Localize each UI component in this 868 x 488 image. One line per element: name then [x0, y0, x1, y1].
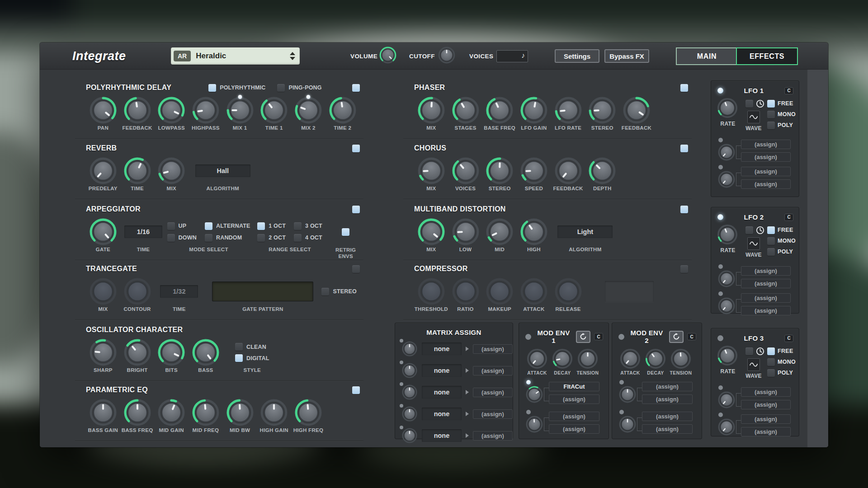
distortion-algorithm-select[interactable]: Light: [557, 225, 613, 238]
rate-knob[interactable]: [717, 97, 738, 121]
tempo-sync-checkbox[interactable]: [745, 226, 753, 234]
assign-button[interactable]: (assign): [473, 344, 513, 354]
high-gain-knob[interactable]: HIGH GAIN: [257, 398, 291, 433]
time-knob[interactable]: TIME: [120, 156, 155, 191]
collapse-button[interactable]: C: [784, 335, 793, 342]
speed-knob[interactable]: SPEED: [517, 156, 551, 191]
assign-amount-knob[interactable]: [717, 170, 736, 190]
assign-button[interactable]: (assign): [741, 293, 791, 303]
mid-gain-knob[interactable]: MID GAIN: [154, 398, 189, 433]
section-enable-checkbox[interactable]: [352, 206, 360, 213]
tension-knob[interactable]: TENSION: [668, 348, 693, 375]
section-enable-checkbox[interactable]: [352, 386, 360, 394]
assign-button[interactable]: (assign): [741, 400, 791, 409]
matrix-amount-knob[interactable]: [401, 406, 418, 422]
mid-freq-knob[interactable]: MID FREQ: [189, 398, 223, 433]
depth-knob[interactable]: DEPTH: [585, 156, 619, 191]
assign-amount-knob[interactable]: [525, 415, 543, 435]
collapse-button[interactable]: C: [784, 87, 793, 94]
matrix-amount-knob[interactable]: [401, 341, 418, 357]
attack-knob[interactable]: ATTACK: [524, 348, 550, 375]
decay-knob[interactable]: DECAY: [550, 348, 575, 375]
contour-knob[interactable]: CONTOUR: [120, 277, 155, 312]
assign-button[interactable]: (assign): [549, 394, 599, 404]
tempo-sync-checkbox[interactable]: [745, 347, 753, 355]
low-knob[interactable]: LOW: [448, 217, 483, 252]
mid-knob[interactable]: MID: [482, 217, 517, 252]
pan-knob[interactable]: PAN: [86, 96, 120, 131]
tab-main[interactable]: MAIN: [677, 48, 737, 64]
high-freq-knob[interactable]: HIGH FREQ: [291, 398, 326, 433]
section-enable-checkbox[interactable]: [352, 84, 360, 92]
wave-select-button[interactable]: [747, 237, 760, 250]
bass-gain-knob[interactable]: BASS GAIN: [86, 398, 120, 433]
assign-button[interactable]: (assign): [549, 412, 599, 421]
section-enable-checkbox[interactable]: [680, 265, 688, 273]
feedback-knob[interactable]: FEEDBACK: [551, 156, 585, 191]
lfo-rate-knob[interactable]: LFO RATE: [551, 96, 585, 131]
rate-knob[interactable]: [717, 345, 738, 368]
section-enable-checkbox[interactable]: [352, 265, 360, 273]
settings-button[interactable]: Settings: [555, 49, 599, 63]
section-enable-checkbox[interactable]: [680, 206, 688, 213]
2-oct-checkbox[interactable]: [257, 234, 265, 242]
threshold-knob[interactable]: THRESHOLD: [414, 277, 448, 312]
assign-button[interactable]: (assign): [642, 394, 693, 404]
digital-checkbox[interactable]: [235, 354, 243, 362]
polyrhythmic-checkbox[interactable]: [208, 84, 216, 92]
assign-button[interactable]: (assign): [741, 152, 791, 162]
bass-knob[interactable]: BASS: [189, 338, 223, 373]
1-oct-checkbox[interactable]: [257, 222, 265, 230]
mod-source-select[interactable]: none: [422, 343, 462, 355]
mod-source-select[interactable]: none: [422, 364, 462, 377]
mono-checkbox[interactable]: [767, 237, 775, 245]
assign-amount-knob[interactable]: [717, 418, 736, 438]
mod-source-select[interactable]: none: [422, 386, 462, 399]
gate-time-select[interactable]: 1/32: [160, 285, 198, 298]
assign-button[interactable]: (assign): [642, 382, 693, 391]
tension-knob[interactable]: TENSION: [575, 348, 600, 375]
gate-pattern-editor[interactable]: [212, 282, 313, 301]
volume-knob[interactable]: [379, 46, 397, 66]
assign-button[interactable]: (assign): [549, 424, 599, 434]
stereo-checkbox[interactable]: [321, 288, 329, 296]
high-knob[interactable]: HIGH: [517, 217, 551, 252]
stepper-up-icon[interactable]: [290, 52, 295, 55]
alternate-checkbox[interactable]: [205, 222, 212, 230]
stereo-knob[interactable]: STEREO: [585, 96, 619, 131]
wave-select-button[interactable]: [747, 111, 760, 123]
attack-knob[interactable]: ATTACK: [517, 277, 551, 312]
voices-knob[interactable]: VOICES: [448, 156, 483, 191]
section-enable-checkbox[interactable]: [680, 145, 688, 152]
ping-pong-checkbox[interactable]: [277, 84, 285, 92]
lowpass-knob[interactable]: LOWPASS: [154, 96, 189, 131]
feedback-knob[interactable]: FEEDBACK: [619, 96, 654, 131]
matrix-amount-knob[interactable]: [401, 427, 418, 444]
preset-stepper[interactable]: [290, 52, 295, 60]
arp-time-select[interactable]: 1/16: [124, 225, 162, 238]
feedback-knob[interactable]: FEEDBACK: [120, 96, 155, 131]
collapse-button[interactable]: C: [687, 333, 696, 340]
down-checkbox[interactable]: [167, 234, 175, 242]
mod-source-select[interactable]: none: [422, 408, 462, 420]
bypass-fx-button[interactable]: Bypass FX: [604, 49, 649, 63]
time-2-knob[interactable]: TIME 2: [326, 96, 360, 131]
bits-knob[interactable]: BITS: [154, 338, 189, 373]
assign-button[interactable]: (assign): [741, 167, 791, 176]
bright-knob[interactable]: BRIGHT: [120, 338, 155, 373]
random-checkbox[interactable]: [205, 234, 212, 242]
matrix-amount-knob[interactable]: [401, 384, 418, 400]
section-enable-checkbox[interactable]: [680, 84, 688, 92]
cutoff-knob[interactable]: [438, 46, 456, 66]
free-checkbox[interactable]: [767, 100, 775, 108]
tab-effects[interactable]: EFFECTS: [736, 47, 798, 65]
ratio-knob[interactable]: RATIO: [448, 277, 483, 312]
up-checkbox[interactable]: [167, 222, 175, 230]
decay-knob[interactable]: DECAY: [643, 348, 668, 375]
poly-checkbox[interactable]: [767, 369, 775, 377]
matrix-amount-knob[interactable]: [401, 362, 418, 379]
assign-amount-knob[interactable]: [618, 415, 637, 435]
retrigger-loop-button[interactable]: [669, 331, 684, 343]
voices-input[interactable]: ♪: [496, 50, 528, 62]
mix-1-knob[interactable]: MIX 1: [223, 96, 257, 131]
